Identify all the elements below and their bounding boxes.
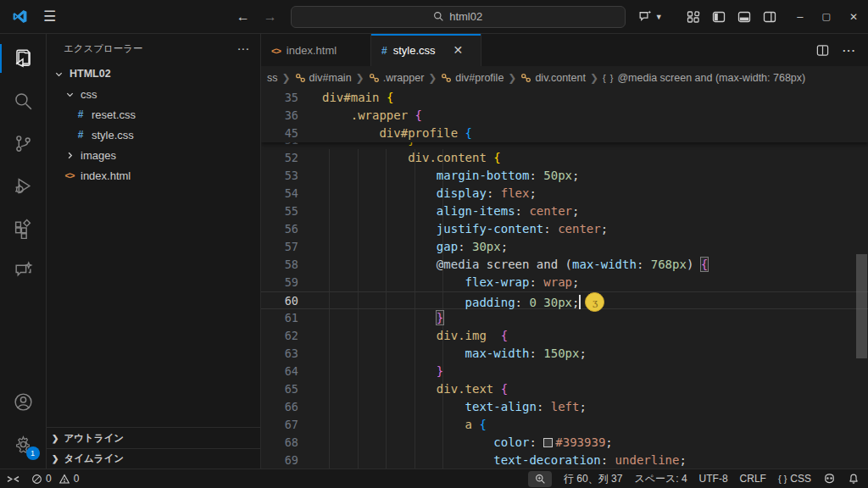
remote-indicator-icon[interactable] bbox=[7, 474, 19, 485]
code-line-68[interactable]: 68 color: #393939; bbox=[261, 434, 868, 452]
line-number: 65 bbox=[261, 380, 298, 398]
tab-bar: <>index.html#style.css✕ ··· bbox=[261, 34, 868, 66]
code-line-36[interactable]: 36 .wrapper { bbox=[261, 107, 868, 125]
explorer-title: エクスプローラー bbox=[64, 42, 143, 55]
code-line-45[interactable]: 45 div#profile { bbox=[261, 125, 868, 142]
search-value: html02 bbox=[449, 10, 482, 23]
line-number: 58 bbox=[261, 256, 298, 274]
code-line-59[interactable]: 59 flex-wrap: wrap; bbox=[261, 274, 868, 291]
back-button[interactable]: ← bbox=[236, 9, 250, 25]
tree-item-reset-css[interactable]: #reset.css bbox=[47, 104, 260, 125]
code-line-54[interactable]: 54 display: flex; bbox=[261, 185, 868, 202]
breadcrumb-item[interactable]: div#profile bbox=[441, 72, 504, 84]
code-line-52[interactable]: 52 div.content { bbox=[261, 149, 868, 167]
customize-layout-icon[interactable] bbox=[687, 10, 700, 24]
code-line-69[interactable]: 69 text-decoration: underline; bbox=[261, 452, 868, 469]
breadcrumb-separator: ❯ bbox=[282, 72, 291, 84]
chevron-right-icon: ❯ bbox=[52, 454, 58, 463]
explorer-sidebar: エクスプローラー ··· HTML02css#reset.css#style.c… bbox=[47, 34, 261, 469]
breadcrumb-separator: ❯ bbox=[428, 72, 437, 84]
sidebar-section[interactable]: ❯タイムライン bbox=[47, 448, 260, 469]
activity-bar-explorer-icon[interactable] bbox=[0, 37, 47, 80]
sidebar-section[interactable]: ❯アウトライン bbox=[47, 428, 260, 448]
minimize-button[interactable]: – bbox=[797, 10, 803, 23]
indentation-setting[interactable]: スペース: 4 bbox=[634, 472, 687, 486]
breadcrumb-item[interactable]: ss bbox=[267, 72, 278, 84]
code-line-66[interactable]: 66 text-align: left; bbox=[261, 398, 868, 416]
copilot-status-icon[interactable] bbox=[823, 473, 836, 485]
color-swatch[interactable] bbox=[543, 438, 553, 447]
tree-item-index-html[interactable]: <>index.html bbox=[47, 165, 260, 186]
editor-scrollbar[interactable] bbox=[856, 254, 867, 358]
breadcrumb-item[interactable]: div#main bbox=[295, 72, 352, 84]
tree-item-css[interactable]: css bbox=[47, 84, 260, 104]
code-line-61[interactable]: 61 } bbox=[261, 309, 868, 327]
activity-bar-settings-icon[interactable]: 1 bbox=[0, 423, 47, 465]
close-tab-icon[interactable]: ✕ bbox=[453, 43, 464, 57]
toggle-panel-icon[interactable] bbox=[737, 10, 751, 24]
line-number: 60 bbox=[261, 292, 298, 308]
line-number: 68 bbox=[261, 434, 298, 452]
vscode-logo-icon bbox=[12, 8, 28, 25]
line-number: 57 bbox=[261, 238, 298, 256]
code-line-62[interactable]: 62 div.img { bbox=[261, 327, 868, 345]
breadcrumb-item[interactable]: div.content bbox=[520, 72, 586, 84]
chevron-down-icon[interactable]: ▼ bbox=[655, 13, 663, 21]
more-actions-icon[interactable]: ··· bbox=[238, 44, 251, 54]
css-rule-icon bbox=[441, 73, 452, 83]
line-number: 56 bbox=[261, 220, 298, 238]
notifications-bell-icon[interactable] bbox=[848, 473, 860, 485]
file-tree: HTML02css#reset.css#style.cssimages<>ind… bbox=[47, 64, 260, 427]
tab-style-css[interactable]: #style.css✕ bbox=[371, 34, 481, 66]
eol-setting[interactable]: CRLF bbox=[740, 473, 766, 485]
code-line-67[interactable]: 67 a { bbox=[261, 416, 868, 434]
tree-item-html02[interactable]: HTML02 bbox=[47, 64, 260, 84]
code-line-64[interactable]: 64 } bbox=[261, 363, 868, 380]
status-bar: 0 0 行 60、列 37 スペース: 4 UTF-8 CRLF { } CSS bbox=[0, 469, 868, 488]
line-number: 69 bbox=[261, 452, 298, 469]
cursor-position[interactable]: 行 60、列 37 bbox=[564, 472, 622, 486]
code-line-60[interactable]: 60 padding: 0 30px; bbox=[261, 291, 868, 309]
zoom-indicator[interactable] bbox=[528, 471, 552, 487]
html-icon: <> bbox=[271, 44, 281, 57]
activity-bar-search-icon[interactable] bbox=[0, 80, 47, 122]
toggle-secondary-sidebar-icon[interactable] bbox=[763, 10, 776, 24]
code-line-35[interactable]: 35div#main { bbox=[261, 89, 868, 107]
command-center-search[interactable]: html02 bbox=[291, 6, 626, 28]
code-line-53[interactable]: 53 margin-bottom: 50px; bbox=[261, 167, 868, 185]
forward-button[interactable]: → bbox=[264, 9, 277, 25]
activity-bar-account-icon[interactable] bbox=[0, 380, 47, 423]
code-editor[interactable]: 51 }52 div.content {53 margin-bottom: 50… bbox=[261, 89, 868, 469]
tree-item-style-css[interactable]: #style.css bbox=[47, 125, 260, 145]
encoding-setting[interactable]: UTF-8 bbox=[699, 473, 728, 485]
activity-bar-chat-icon[interactable] bbox=[0, 249, 47, 291]
braces-icon: { } bbox=[603, 73, 614, 83]
language-mode[interactable]: { } CSS bbox=[778, 473, 811, 485]
code-line-56[interactable]: 56 justify-content: center; bbox=[261, 220, 868, 238]
code-line-63[interactable]: 63 max-width: 150px; bbox=[261, 345, 868, 363]
copilot-chat-icon[interactable] bbox=[637, 8, 654, 25]
menu-icon[interactable]: ☰ bbox=[43, 8, 56, 25]
hash-icon: # bbox=[74, 129, 87, 141]
split-editor-icon[interactable] bbox=[816, 44, 829, 57]
tree-item-images[interactable]: images bbox=[47, 145, 260, 165]
code-line-55[interactable]: 55 align-items: center; bbox=[261, 202, 868, 220]
editor-group: <>index.html#style.css✕ ··· ss❯div#main❯… bbox=[261, 34, 868, 469]
toggle-primary-sidebar-icon[interactable] bbox=[712, 10, 726, 24]
breadcrumb-item[interactable]: .wrapper bbox=[369, 72, 425, 84]
maximize-button[interactable]: ▢ bbox=[822, 11, 831, 22]
line-number: 54 bbox=[261, 185, 298, 202]
chevron-down-icon bbox=[63, 90, 76, 99]
problems-indicator[interactable]: 0 0 bbox=[31, 473, 79, 485]
breadcrumb-item[interactable]: { }@media screen and (max-width: 768px) bbox=[603, 72, 805, 84]
code-line-57[interactable]: 57 gap: 30px; bbox=[261, 238, 868, 256]
activity-bar-source-control-icon[interactable] bbox=[0, 122, 47, 164]
close-button[interactable]: ✕ bbox=[849, 11, 858, 23]
code-line-58[interactable]: 58 @media screen and (max-width: 768px) … bbox=[261, 256, 868, 274]
editor-more-actions-icon[interactable]: ··· bbox=[843, 44, 856, 57]
line-number: 66 bbox=[261, 398, 298, 416]
activity-bar-run-debug-icon[interactable] bbox=[0, 164, 47, 207]
code-line-65[interactable]: 65 div.text { bbox=[261, 380, 868, 398]
activity-bar-extensions-icon[interactable] bbox=[0, 207, 47, 249]
tab-index-html[interactable]: <>index.html bbox=[261, 34, 371, 66]
